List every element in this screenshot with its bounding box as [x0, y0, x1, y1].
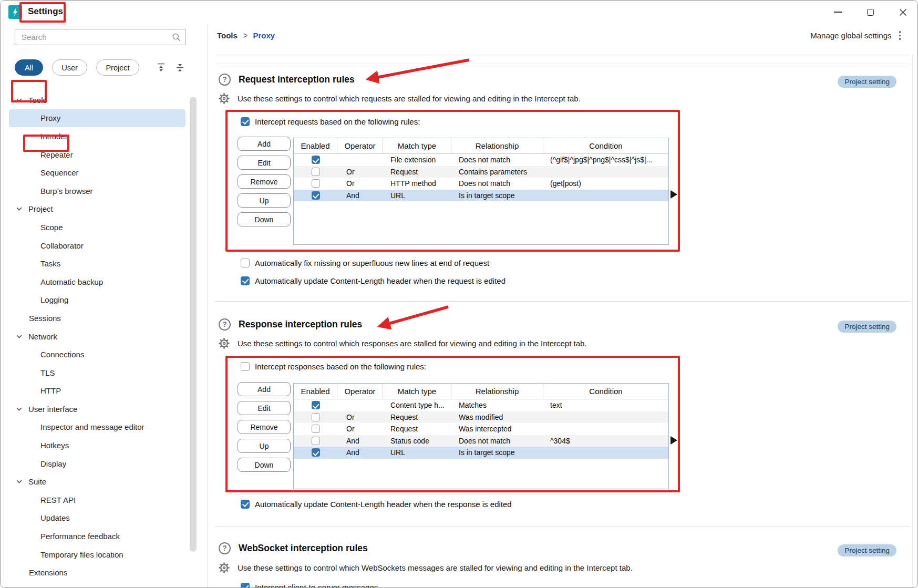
row-enabled-checkbox[interactable] [312, 413, 320, 421]
response-edit-button[interactable]: Edit [238, 401, 291, 415]
sidebar-item-project[interactable]: Project [9, 200, 185, 219]
table-row[interactable]: File extension Does not match (^gif$|^jp… [294, 154, 668, 166]
sidebar-item-burps-browser[interactable]: Burp's browser [9, 182, 185, 200]
request-edit-button[interactable]: Edit [238, 156, 291, 170]
response-add-button[interactable]: Add [238, 382, 291, 396]
table-row[interactable]: Or Request Was modified [294, 411, 668, 424]
sidebar-item-sequencer[interactable]: Sequencer [9, 163, 185, 182]
sidebar-item-sessions[interactable]: Sessions [9, 309, 185, 327]
tree-label: Hotkeys [40, 441, 69, 450]
sidebar-item-intruder[interactable]: Intruder [9, 127, 185, 146]
manage-global-settings[interactable]: Manage global settings [810, 31, 901, 40]
fix-newlines-checkbox[interactable] [241, 259, 250, 267]
sidebar-item-connections[interactable]: Connections [9, 345, 185, 364]
minimize-button[interactable] [826, 1, 850, 24]
help-icon[interactable]: ? [219, 542, 231, 554]
response-remove-button[interactable]: Remove [238, 420, 291, 434]
table-row[interactable]: Or Request Was intercepted [294, 423, 668, 435]
sidebar-item-network[interactable]: Network [9, 327, 185, 346]
sidebar-item-http[interactable]: HTTP [9, 382, 185, 400]
search-box [15, 29, 186, 45]
table-row[interactable]: Or Request Contains parameters [294, 166, 668, 178]
sidebar-item-scope[interactable]: Scope [9, 218, 185, 236]
row-enabled-checkbox[interactable] [312, 425, 320, 433]
mouse-cursor-icon [671, 436, 677, 445]
search-input[interactable] [20, 32, 172, 42]
sidebar-item-performance-feedback[interactable]: Performance feedback [9, 527, 185, 545]
response-down-button[interactable]: Down [238, 458, 291, 472]
chevron-down-icon[interactable] [16, 407, 22, 411]
row-enabled-checkbox[interactable] [312, 179, 320, 188]
table-row-selected[interactable]: And URL Is in target scope [294, 447, 668, 459]
sidebar-item-logging[interactable]: Logging [9, 291, 185, 310]
intercept-client-to-server-option: Intercept client-to-server messages [241, 583, 378, 588]
maximize-button[interactable] [858, 1, 882, 24]
breadcrumb-tools[interactable]: Tools [217, 31, 238, 40]
row-enabled-checkbox[interactable] [312, 448, 320, 457]
sidebar-item-suite[interactable]: Suite [9, 472, 185, 491]
row-enabled-checkbox[interactable] [312, 191, 320, 200]
table-row-selected[interactable]: And URL Is in target scope [294, 190, 668, 202]
request-add-button[interactable]: Add [238, 137, 291, 151]
sidebar-item-user-interface[interactable]: User interface [9, 400, 185, 418]
intercept-requests-checkbox[interactable] [241, 117, 250, 126]
collapse-all-icon[interactable] [175, 63, 185, 73]
request-up-button[interactable]: Up [238, 193, 291, 208]
chevron-down-icon[interactable] [16, 480, 22, 483]
row-enabled-checkbox[interactable] [312, 401, 320, 409]
response-rules-table: Enabled Operator Match type Relationship… [293, 383, 669, 489]
request-remove-button[interactable]: Remove [238, 174, 291, 189]
sidebar-item-hotkeys[interactable]: Hotkeys [9, 436, 185, 455]
chevron-down-icon[interactable] [16, 207, 22, 211]
sidebar-item-collaborator[interactable]: Collaborator [9, 236, 185, 255]
filter-user[interactable]: User [52, 59, 87, 76]
table-row[interactable]: And Status code Does not match ^304$ [294, 435, 668, 447]
sidebar-item-display[interactable]: Display [9, 455, 185, 473]
chevron-down-icon[interactable] [16, 98, 22, 102]
sidebar-item-repeater[interactable]: Repeater [9, 146, 185, 164]
sidebar-item-updates[interactable]: Updates [9, 509, 185, 528]
sidebar-item-temporary-files[interactable]: Temporary files location [9, 545, 185, 564]
sidebar-item-tools[interactable]: Tools [9, 91, 185, 109]
update-content-length-response-checkbox[interactable] [241, 500, 250, 509]
sidebar-item-tasks[interactable]: Tasks [9, 254, 185, 273]
row-enabled-checkbox[interactable] [312, 168, 320, 176]
close-button[interactable] [891, 1, 915, 24]
tree-label: TLS [40, 368, 55, 377]
sidebar-scrollbar[interactable] [190, 97, 197, 552]
kebab-menu-icon[interactable] [899, 31, 901, 40]
gear-icon [218, 562, 230, 574]
sidebar-item-proxy[interactable]: Proxy [9, 109, 185, 128]
row-enabled-checkbox[interactable] [312, 156, 320, 164]
chevron-down-icon[interactable] [16, 335, 22, 338]
row-enabled-checkbox[interactable] [312, 437, 320, 445]
response-up-button[interactable]: Up [238, 439, 291, 453]
filter-project[interactable]: Project [96, 59, 139, 76]
tree-label: HTTP [40, 386, 61, 395]
section-title: Response interception rules [239, 319, 362, 330]
tree-label: Display [40, 459, 66, 468]
sidebar-item-rest-api[interactable]: REST API [9, 491, 185, 509]
sidebar-item-inspector-editor[interactable]: Inspector and message editor [9, 418, 185, 437]
expand-all-icon[interactable] [156, 63, 166, 73]
help-icon[interactable]: ? [219, 318, 231, 331]
main-scrollbar[interactable] [912, 55, 913, 587]
intercept-responses-toggle: Intercept responses based on the followi… [241, 362, 426, 371]
sidebar-item-automatic-backup[interactable]: Automatic backup [9, 273, 185, 291]
request-down-button[interactable]: Down [238, 212, 291, 226]
tree-label: Temporary files location [40, 550, 123, 559]
project-setting-badge: Project setting [838, 321, 896, 333]
sidebar-item-tls[interactable]: TLS [9, 364, 185, 382]
table-header: Enabled Operator Match type Relationship… [294, 384, 668, 399]
breadcrumb-proxy[interactable]: Proxy [253, 31, 275, 40]
help-icon[interactable]: ? [219, 74, 231, 86]
tree-label: Extensions [29, 568, 67, 577]
intercept-client-to-server-checkbox[interactable] [241, 583, 250, 588]
table-row[interactable]: Or HTTP method Does not match (get|post) [294, 178, 668, 190]
filter-all[interactable]: All [15, 59, 43, 76]
tree-label: Repeater [40, 150, 73, 159]
intercept-responses-checkbox[interactable] [241, 362, 250, 371]
table-row[interactable]: Content type h... Matches text [294, 399, 668, 411]
update-content-length-request-checkbox[interactable] [241, 276, 250, 285]
sidebar-item-extensions[interactable]: Extensions [9, 563, 185, 582]
